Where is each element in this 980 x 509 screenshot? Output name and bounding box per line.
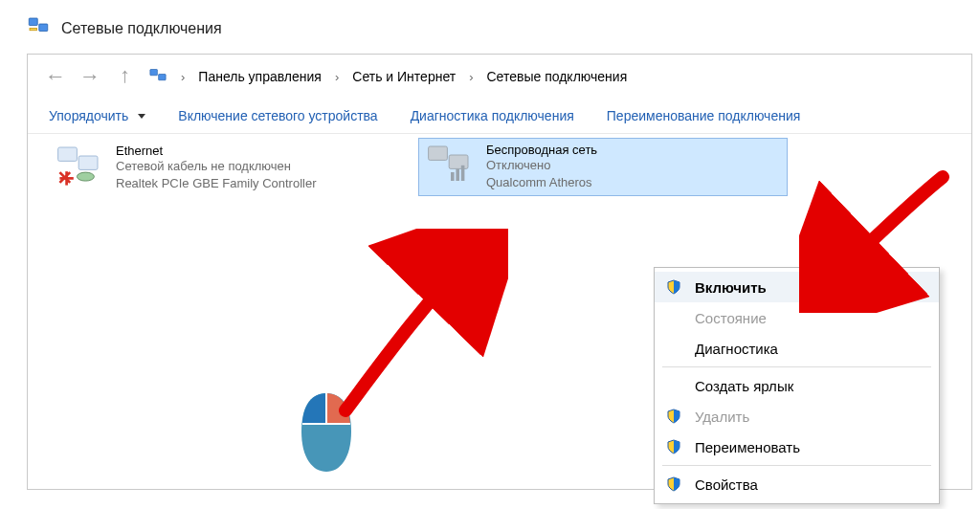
connection-text: Ethernet Сетевой кабель не подключен Rea… xyxy=(116,144,317,192)
menu-item-delete: Удалить xyxy=(655,401,939,432)
svg-rect-13 xyxy=(456,168,459,181)
svg-rect-14 xyxy=(461,166,465,181)
dropdown-caret-icon xyxy=(138,114,145,119)
command-bar: Упорядочить Включение сетевого устройств… xyxy=(28,99,971,134)
connection-name: Ethernet xyxy=(116,144,317,158)
connection-status: Отключено xyxy=(486,157,597,174)
shield-icon xyxy=(666,439,681,454)
menu-item-label: Удалить xyxy=(695,409,749,425)
connection-item-ethernet[interactable]: Ethernet Сетевой кабель не подключен Rea… xyxy=(49,140,395,196)
nav-forward-icon[interactable]: → xyxy=(79,66,100,87)
menu-item-shortcut[interactable]: Создать ярлык xyxy=(655,370,939,401)
network-connections-window: Сетевые подключения ← → → › Панель управ… xyxy=(0,0,980,509)
shield-icon xyxy=(666,476,681,492)
icon-placeholder xyxy=(666,378,681,393)
shield-icon xyxy=(666,409,681,424)
breadcrumb-network-internet[interactable]: Сеть и Интернет xyxy=(352,69,456,84)
svg-rect-2 xyxy=(30,29,37,31)
breadcrumb-icon xyxy=(148,67,167,86)
svg-rect-15 xyxy=(325,393,327,424)
menu-item-properties[interactable]: Свойства xyxy=(655,469,939,499)
svg-rect-3 xyxy=(150,70,158,76)
icon-placeholder xyxy=(666,310,681,325)
menu-item-label: Свойства xyxy=(695,476,758,493)
titlebar: Сетевые подключения xyxy=(27,15,972,42)
svg-rect-1 xyxy=(39,24,48,32)
diagnose-connection-button[interactable]: Диагностика подключения xyxy=(411,108,574,123)
nav-up-icon[interactable]: → xyxy=(114,66,135,87)
svg-rect-0 xyxy=(29,18,37,26)
ethernet-icon xyxy=(55,144,106,188)
menu-item-label: Диагностика xyxy=(695,341,778,357)
explorer-frame: ← → → › Панель управления › Сеть и Интер… xyxy=(27,54,972,490)
rename-connection-button[interactable]: Переименование подключения xyxy=(607,108,801,123)
menu-separator xyxy=(662,366,931,367)
svg-point-9 xyxy=(77,172,94,181)
breadcrumb-network-connections[interactable]: Сетевые подключения xyxy=(486,69,627,84)
wifi-icon xyxy=(425,143,477,188)
svg-rect-5 xyxy=(58,147,78,161)
menu-item-rename[interactable]: Переименовать xyxy=(655,432,939,462)
context-menu: Включить Состояние Диагностика Создать я… xyxy=(654,267,940,504)
icon-placeholder xyxy=(666,341,681,356)
window-title: Сетевые подключения xyxy=(61,20,222,37)
menu-item-label: Включить xyxy=(695,279,767,296)
annotation-mouse-rightclick xyxy=(292,389,361,476)
connection-status: Сетевой кабель не подключен xyxy=(116,158,317,175)
menu-item-label: Переименовать xyxy=(695,439,800,455)
menu-item-enable[interactable]: Включить xyxy=(655,272,939,302)
breadcrumb-control-panel[interactable]: Панель управления xyxy=(198,69,322,84)
breadcrumb-sep-icon[interactable]: › xyxy=(469,70,473,84)
connection-adapter: Qualcomm Atheros xyxy=(486,174,597,191)
svg-rect-16 xyxy=(302,423,350,425)
menu-separator xyxy=(662,465,931,466)
svg-rect-11 xyxy=(449,155,468,168)
breadcrumb-sep-icon[interactable]: › xyxy=(335,70,339,84)
svg-rect-6 xyxy=(78,156,98,169)
organize-label: Упорядочить xyxy=(49,108,128,123)
menu-item-label: Создать ярлык xyxy=(695,378,793,394)
svg-rect-10 xyxy=(429,146,448,160)
connection-name: Беспроводная сеть xyxy=(486,143,597,157)
svg-rect-12 xyxy=(451,172,455,181)
connection-adapter: Realtek PCIe GBE Family Controller xyxy=(116,175,317,192)
network-connections-appicon xyxy=(27,15,50,42)
shield-icon xyxy=(666,279,681,295)
menu-item-diagnose[interactable]: Диагностика xyxy=(655,333,939,364)
address-bar: ← → → › Панель управления › Сеть и Интер… xyxy=(28,55,971,99)
svg-rect-4 xyxy=(159,75,167,80)
menu-item-state: Состояние xyxy=(655,302,939,333)
organize-menu[interactable]: Упорядочить xyxy=(49,108,145,123)
breadcrumb-sep-icon[interactable]: › xyxy=(181,70,185,84)
menu-item-label: Состояние xyxy=(695,310,767,326)
enable-device-button[interactable]: Включение сетевого устройства xyxy=(178,108,377,123)
connection-item-wifi[interactable]: Беспроводная сеть Отключено Qualcomm Ath… xyxy=(418,138,788,196)
nav-back-icon[interactable]: ← xyxy=(45,66,66,87)
connection-text: Беспроводная сеть Отключено Qualcomm Ath… xyxy=(486,143,597,191)
